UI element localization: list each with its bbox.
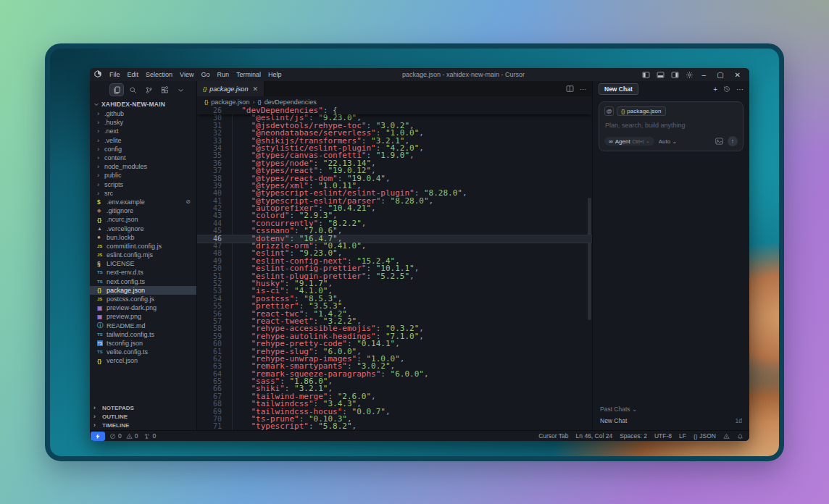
menu-run[interactable]: Run — [213, 71, 233, 78]
tree-file-package.json[interactable]: {}package.json — [90, 286, 196, 295]
agent-mode-selector[interactable]: ∞ Agent Ctrl+I ⌄ — [604, 137, 654, 146]
tree-item-label: vercel.json — [107, 357, 138, 364]
tree-file-next-env.d.ts[interactable]: TSnext-env.d.ts — [90, 268, 196, 277]
tree-file-tailwind.config.ts[interactable]: TStailwind.config.ts — [90, 330, 196, 339]
tree-item-label: .vercelignore — [107, 225, 144, 232]
tree-file-.vercelignore[interactable]: ▲.vercelignore — [90, 224, 196, 232]
tree-folder-node_modules[interactable]: ›node_modules — [90, 162, 196, 171]
tree-folder-scripts[interactable]: ›scripts — [90, 180, 196, 189]
toggle-left-panel-icon[interactable] — [642, 71, 650, 79]
feedback-icon[interactable] — [723, 433, 730, 440]
breadcrumb-symbol[interactable]: devDependencies — [264, 98, 317, 106]
section-timeline[interactable]: ›TIMELINE — [90, 421, 196, 429]
minimize-button[interactable]: – — [700, 71, 709, 79]
ports-indicator[interactable]: 0 — [143, 432, 156, 440]
explorer-files-icon[interactable] — [110, 84, 123, 96]
tree-folder-.husky[interactable]: ›.husky — [90, 118, 196, 127]
tree-folder-public[interactable]: ›public — [90, 171, 196, 180]
toggle-bottom-panel-icon[interactable] — [657, 71, 665, 79]
language-mode[interactable]: {}JSON — [693, 432, 716, 440]
problems-indicator[interactable]: 0 0 — [109, 432, 138, 440]
breadcrumb-file[interactable]: package.json — [211, 98, 249, 106]
new-chat-tab[interactable]: New Chat — [599, 83, 638, 95]
tree-file-LICENSE[interactable]: §LICENSE — [90, 259, 196, 268]
chat-more-icon[interactable]: ··· — [736, 85, 743, 93]
close-button[interactable]: ✕ — [733, 71, 743, 79]
past-chat-item[interactable]: New Chat 1d — [600, 417, 742, 424]
tab-close-icon[interactable]: ✕ — [252, 85, 258, 93]
tree-file-.env.example[interactable]: $.env.example⊘ — [90, 198, 196, 206]
tree-folder-.next[interactable]: ›.next — [90, 127, 196, 135]
source-control-icon[interactable] — [142, 84, 155, 96]
tree-folder-src[interactable]: ›src — [90, 189, 196, 198]
tree-file-next.config.ts[interactable]: TSnext.config.ts — [90, 277, 196, 286]
chat-input-card[interactable]: @ {} package.json Plan, search, build an… — [599, 101, 743, 151]
search-icon[interactable] — [126, 84, 139, 96]
notifications-bell-icon[interactable] — [737, 433, 743, 440]
maximize-button[interactable]: ▢ — [715, 71, 725, 79]
tree-file-commitlint.config.js[interactable]: JScommitlint.config.js — [90, 242, 196, 251]
tree-item-label: .ncurc.json — [107, 216, 138, 223]
section-outline[interactable]: ›OUTLINE — [90, 412, 196, 421]
chat-input-placeholder[interactable]: Plan, search, build anything — [605, 122, 737, 129]
tree-file-bun.lockb[interactable]: ●bun.lockb — [90, 233, 196, 242]
menu-file[interactable]: File — [106, 71, 124, 78]
indentation-setting[interactable]: Spaces: 2 — [620, 432, 647, 440]
model-selector[interactable]: Auto ⌄ — [659, 138, 677, 145]
chat-history-icon[interactable] — [723, 85, 730, 93]
eol-setting[interactable]: LF — [679, 432, 686, 440]
tree-file-.gitignore[interactable]: ◆.gitignore — [90, 206, 196, 215]
context-chip[interactable]: {} package.json — [617, 106, 666, 116]
tree-file-postcss.config.js[interactable]: JSpostcss.config.js — [90, 295, 196, 303]
tree-file-eslint.config.mjs[interactable]: JSeslint.config.mjs — [90, 251, 196, 259]
settings-gear-icon[interactable] — [686, 71, 693, 79]
split-editor-icon[interactable] — [566, 85, 574, 93]
eye-off-icon[interactable]: ⊘ — [186, 198, 191, 205]
menu-edit[interactable]: Edit — [124, 71, 143, 78]
menu-view[interactable]: View — [176, 71, 197, 78]
tree-file-preview.png[interactable]: ▣preview.png — [90, 312, 196, 321]
more-actions-icon[interactable]: ··· — [580, 85, 586, 93]
send-message-icon[interactable]: ↑ — [728, 136, 738, 146]
add-chat-icon[interactable]: + — [713, 85, 717, 93]
tree-folder-content[interactable]: ›content — [90, 154, 196, 162]
infinity-icon: ∞ — [609, 138, 613, 145]
ts-file-icon: TS — [97, 280, 107, 284]
workspace-root[interactable]: XAHIDEX-NEW-MAIN — [90, 98, 196, 109]
tree-folder-config[interactable]: ›config — [90, 145, 196, 154]
attach-image-icon[interactable] — [715, 138, 723, 145]
tree-folder-.github[interactable]: ›.github — [90, 109, 196, 118]
toggle-right-panel-icon[interactable] — [671, 71, 679, 79]
breadcrumb: {} package.json › {} devDependencies — [197, 96, 592, 107]
tree-file-velite.config.ts[interactable]: TSvelite.config.ts — [90, 348, 196, 356]
menu-go[interactable]: Go — [197, 71, 213, 78]
extensions-icon[interactable] — [158, 84, 171, 96]
add-context-icon[interactable]: @ — [604, 106, 614, 116]
agent-shortcut: Ctrl+I — [633, 139, 644, 144]
tree-file-vercel.json[interactable]: {}vercel.json — [90, 356, 196, 365]
code-editor[interactable]: 26 "devDependencies": {30 "@eslint/js": … — [197, 107, 592, 430]
chevron-right-icon: › — [97, 190, 104, 197]
tree-file-preview-dark.png[interactable]: ▣preview-dark.png — [90, 303, 196, 312]
tree-file-README.md[interactable]: ⓘREADME.md — [90, 322, 196, 330]
menu-selection[interactable]: Selection — [142, 71, 176, 78]
code-line-26[interactable]: 26 "devDependencies": { — [197, 107, 592, 114]
tree-file-tsconfig.json[interactable]: TStsconfig.json — [90, 339, 196, 348]
menu-terminal[interactable]: Terminal — [233, 71, 264, 78]
git-file-icon: ◆ — [97, 208, 107, 214]
tree-item-label: .husky — [104, 119, 123, 126]
cursor-tab-toggle[interactable]: Cursor Tab — [538, 432, 568, 440]
section-notepads[interactable]: ›NOTEPADS — [90, 403, 196, 412]
cursor-position[interactable]: Ln 46, Col 24 — [576, 432, 613, 440]
tab-package-json[interactable]: {} package.json ✕ — [197, 81, 264, 96]
tree-folder-.velite[interactable]: ›.velite — [90, 136, 196, 145]
radio-tower-icon — [143, 433, 150, 440]
chevron-down-icon[interactable] — [174, 84, 187, 96]
past-chats-header[interactable]: Past Chats ⌄ — [600, 406, 742, 413]
tree-file-.ncurc.json[interactable]: {}.ncurc.json — [90, 215, 196, 224]
code-line-71[interactable]: 71 "typescript": "5.8.2", — [197, 423, 592, 430]
menu-help[interactable]: Help — [264, 71, 286, 78]
tree-item-label: postcss.config.js — [107, 295, 154, 303]
encoding-setting[interactable]: UTF-8 — [654, 432, 672, 440]
remote-indicator[interactable] — [91, 432, 105, 441]
